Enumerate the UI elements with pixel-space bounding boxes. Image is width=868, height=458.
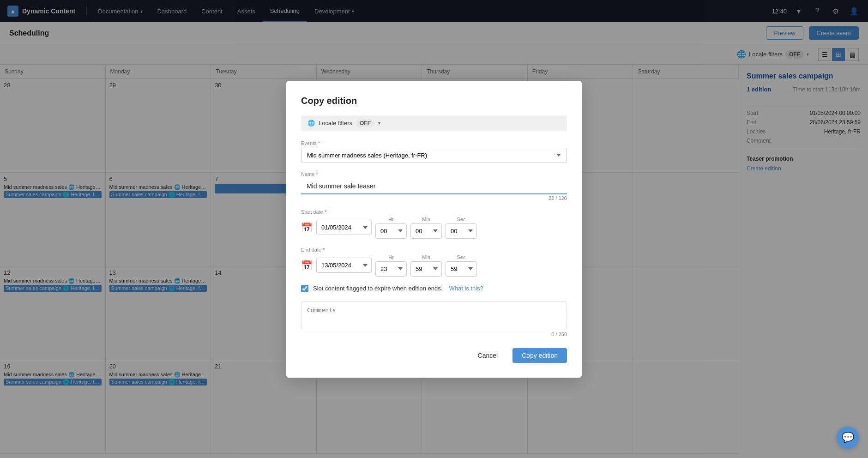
what-is-this-link[interactable]: What is this? [449,285,483,292]
expire-checkbox[interactable] [301,285,308,292]
name-section: Name * 22 / 120 [301,171,567,201]
start-date-label: Start date * [301,209,567,215]
chevron-down-icon[interactable]: ▾ [378,121,380,126]
modal-overlay[interactable]: Copy edition 🌐 Locale filters OFF ▾ Even… [0,0,868,458]
chat-icon: 💬 [842,432,854,444]
modal-title: Copy edition [301,96,567,106]
end-sec-select[interactable]: 59 [446,261,477,277]
start-hr-select[interactable]: 00 [375,223,407,239]
min-label: Min [422,217,430,222]
modal-footer: Cancel Copy edition [301,348,567,363]
comments-char-count: 0 / 250 [301,331,567,337]
name-label: Name * [301,171,567,177]
hr-label: Hr [388,254,394,260]
locale-filter-label: Locale filters [319,120,352,127]
start-date-row: 📅 01/05/2024 Hr 00 Min 00 Se [301,217,567,239]
events-label: Events * [301,140,567,146]
calendar-icon[interactable]: 📅 [301,260,313,271]
events-section: Events * Mid summer madness sales (Herit… [301,140,567,163]
end-date-label: End date * [301,247,567,253]
end-date-row: 📅 13/05/2024 Hr 23 Min 59 Se [301,254,567,277]
chat-bubble-button[interactable]: 💬 [837,427,859,449]
events-select[interactable]: Mid summer madness sales (Heritage, fr-F… [301,148,567,163]
calendar-icon[interactable]: 📅 [301,222,313,233]
checkbox-label: Slot content flagged to expire when edit… [313,285,442,292]
cancel-button[interactable]: Cancel [469,348,507,363]
start-min-select[interactable]: 00 [410,223,442,239]
start-date-section: Start date * 📅 01/05/2024 Hr 00 Min 00 [301,209,567,239]
globe-icon: 🌐 [307,120,315,127]
min-label: Min [422,254,430,260]
hr-label: Hr [388,217,394,222]
comments-textarea[interactable] [301,301,567,329]
end-hr-select[interactable]: 23 [375,261,407,277]
copy-edition-modal: Copy edition 🌐 Locale filters OFF ▾ Even… [286,81,582,378]
locale-filter-status: OFF [356,119,374,127]
sec-label: Sec [457,217,466,222]
sec-label: Sec [457,254,466,260]
start-date-input[interactable]: 01/05/2024 [316,220,372,235]
copy-edition-button[interactable]: Copy edition [512,348,567,363]
name-char-count: 22 / 120 [301,195,567,201]
end-date-input[interactable]: 13/05/2024 [316,258,372,273]
checkbox-row: Slot content flagged to expire when edit… [301,285,567,292]
start-sec-select[interactable]: 00 [446,223,477,239]
end-min-select[interactable]: 59 [410,261,442,277]
comments-section: 0 / 250 [301,301,567,337]
modal-locale-filter[interactable]: 🌐 Locale filters OFF ▾ [301,115,567,131]
name-input[interactable] [301,179,567,194]
end-date-section: End date * 📅 13/05/2024 Hr 23 Min 59 [301,247,567,277]
